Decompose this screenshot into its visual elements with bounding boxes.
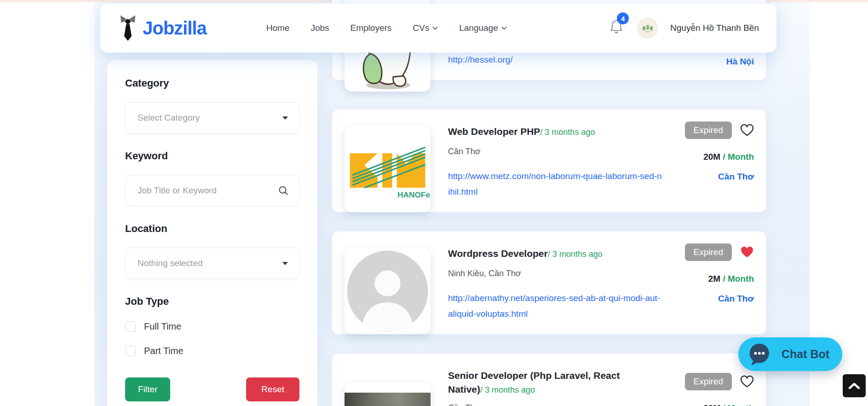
location-select[interactable]: Nothing selected <box>125 248 299 279</box>
company-logo[interactable] <box>345 248 431 334</box>
job-meta: Expired 20M / Month <box>685 373 754 406</box>
job-location-link[interactable]: Hà Nội <box>726 57 754 67</box>
avatar-placeholder-image <box>345 248 431 334</box>
nav-item-employers[interactable]: Employers <box>351 23 392 33</box>
search-icon[interactable] <box>278 185 289 196</box>
brand-name: Jobzilla <box>143 18 207 39</box>
job-type-part-time[interactable]: Part Time <box>125 346 299 356</box>
avatar-image <box>637 17 658 39</box>
favorite-heart-icon[interactable] <box>740 124 754 137</box>
status-badge: Expired <box>685 244 732 261</box>
job-title[interactable]: Web Developer PHP/ 3 months ago <box>448 125 663 139</box>
reset-button[interactable]: Reset <box>246 377 299 401</box>
nav-item-label: CVs <box>413 23 429 33</box>
brand-logo[interactable]: Jobzilla <box>118 14 207 42</box>
job-location-link[interactable]: Cần Thơ <box>685 294 754 304</box>
job-location-link[interactable]: Cần Thơ <box>685 172 754 182</box>
job-title[interactable]: Senior Developer (Php Laravel, React Nat… <box>448 369 653 397</box>
job-type-label: Job Type <box>125 296 299 307</box>
keyword-label: Keyword <box>125 150 299 162</box>
job-url-link[interactable]: http://www.metz.com/non-laborum-quae-lab… <box>448 168 663 200</box>
company-logo[interactable]: HANOFe <box>345 126 431 212</box>
location-label: Location <box>125 223 299 235</box>
filter-sidebar: Category Select Category Keyword Locatio… <box>107 60 317 406</box>
filter-actions: Filter Reset <box>125 377 299 401</box>
header-right: 4 Nguyễn Hồ Thanh Bền <box>609 17 759 39</box>
job-salary: 20M / Month <box>685 152 754 162</box>
nav-item-cvs[interactable]: CVs <box>413 23 438 33</box>
status-badge: Expired <box>685 373 732 390</box>
job-url-link[interactable]: http://abernathy.net/asperiores-sed-ab-a… <box>448 290 663 322</box>
job-meta: Expired 2M / Month Cần Thơ <box>685 244 754 304</box>
part-time-label: Part Time <box>144 346 184 356</box>
category-selected-value: Select Category <box>138 113 200 123</box>
job-card: Senior Developer (Php Laravel, React Nat… <box>332 353 766 406</box>
category-select[interactable]: Select Category <box>125 102 299 133</box>
chevron-down-icon <box>432 26 438 30</box>
full-time-checkbox[interactable] <box>125 321 136 332</box>
job-location-text: Cần Thơ <box>448 403 653 406</box>
job-card: Wordpress Developer/ 3 months ago Ninh K… <box>332 231 766 335</box>
notification-badge: 4 <box>617 12 629 24</box>
job-info: Wordpress Developer/ 3 months ago Ninh K… <box>448 247 663 322</box>
nav-item-language[interactable]: Language <box>459 23 507 33</box>
job-salary: 2M / Month <box>685 274 754 284</box>
nav-item-home[interactable]: Home <box>266 23 290 33</box>
job-location-text: Cần Thơ <box>448 147 663 157</box>
filter-button[interactable]: Filter <box>125 377 170 401</box>
job-info: Web Developer PHP/ 3 months ago Cần Thơ … <box>448 125 663 200</box>
job-posted-time: / 3 months ago <box>540 128 595 137</box>
job-list: http://hessel.org/ Hà Nội <box>332 0 766 406</box>
full-time-label: Full Time <box>144 321 181 332</box>
favorite-heart-icon[interactable] <box>740 246 754 259</box>
chatbot-label: Chat Bot <box>782 348 829 361</box>
tie-logo-icon <box>118 14 138 42</box>
job-posted-time: / 3 months ago <box>548 249 603 259</box>
job-url-link[interactable]: http://hessel.org/ <box>448 52 512 68</box>
caret-down-icon <box>282 262 288 265</box>
category-label: Category <box>125 77 299 89</box>
page: http://hessel.org/ Hà Nội <box>0 0 868 406</box>
company-logo[interactable] <box>345 383 431 406</box>
nav-item-label: Language <box>459 23 498 33</box>
chatbot-button[interactable]: Chat Bot <box>738 337 842 371</box>
chevron-down-icon <box>501 26 507 30</box>
job-type-full-time[interactable]: Full Time <box>125 321 299 332</box>
job-posted-time: / 3 months ago <box>480 385 535 394</box>
job-meta: Expired 20M / Month Cần Thơ <box>685 122 754 182</box>
avatar[interactable] <box>637 17 658 39</box>
part-time-checkbox[interactable] <box>125 346 136 356</box>
nav-item-jobs[interactable]: Jobs <box>310 23 329 33</box>
job-title-text: Web Developer PHP <box>448 126 540 137</box>
user-name[interactable]: Nguyễn Hồ Thanh Bền <box>670 23 759 33</box>
svg-text:HANOFe: HANOFe <box>397 190 430 199</box>
job-title[interactable]: Wordpress Developer/ 3 months ago <box>448 247 663 261</box>
caret-down-icon <box>282 116 288 120</box>
favorite-heart-icon[interactable] <box>740 375 754 388</box>
status-badge: Expired <box>685 122 732 139</box>
job-info: Senior Developer (Php Laravel, React Nat… <box>448 369 653 406</box>
job-card: HANOFe Web Developer PHP/ 3 months ago C… <box>332 109 766 213</box>
notifications-button[interactable]: 4 <box>609 19 625 37</box>
header: Jobzilla Home Jobs Employers CVs Languag… <box>100 4 776 52</box>
keyword-input[interactable] <box>138 175 287 206</box>
main-nav: Home Jobs Employers CVs Language <box>266 23 507 33</box>
location-selected-value: Nothing selected <box>138 258 203 268</box>
scroll-to-top-button[interactable] <box>843 374 866 397</box>
job-salary: 20M / Month <box>685 403 754 406</box>
office-photo-image <box>345 393 431 406</box>
keyword-field-wrap <box>125 175 299 206</box>
chat-bubble-icon <box>747 342 771 367</box>
chevron-up-icon <box>849 383 860 389</box>
hanofe-logo-image: HANOFe <box>345 126 431 212</box>
job-location-text: Ninh Kiều, Cần Thơ <box>448 269 663 278</box>
job-title-text: Wordpress Developer <box>448 248 548 259</box>
